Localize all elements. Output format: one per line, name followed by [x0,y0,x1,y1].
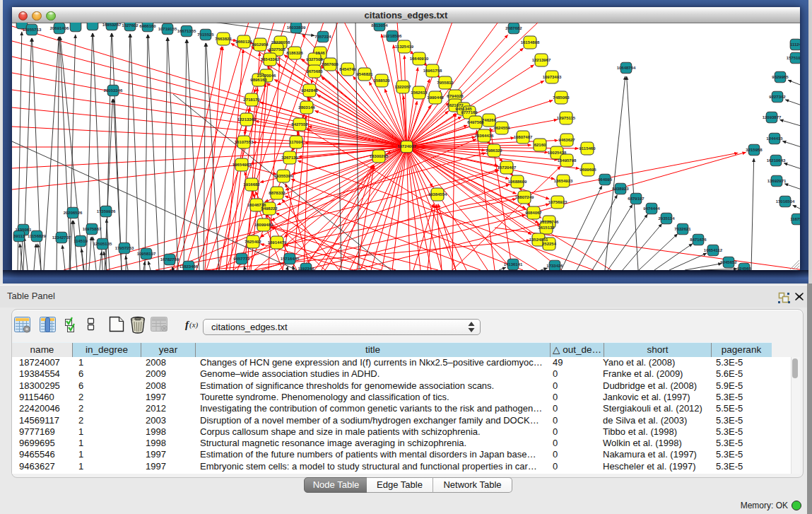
svg-text:1135061: 1135061 [15,228,32,232]
svg-text:16671355: 16671355 [177,29,196,33]
svg-text:19654983: 19654983 [233,163,252,167]
svg-text:2935114: 2935114 [658,216,675,221]
svg-text:9115460: 9115460 [579,146,596,151]
svg-text:7357224: 7357224 [314,35,331,39]
svg-text:6879197: 6879197 [628,197,645,201]
svg-text:15716485: 15716485 [281,257,300,261]
svg-text:3267130: 3267130 [281,156,298,160]
svg-text:16120746: 16120746 [540,220,559,224]
svg-text:8427552: 8427552 [291,122,308,127]
svg-text:10654112: 10654112 [704,248,723,252]
svg-text:13692971: 13692971 [767,179,787,183]
svg-text:10807487: 10807487 [514,135,533,139]
svg-text:1990448: 1990448 [427,95,444,100]
svg-text:746266: 746266 [482,118,497,122]
svg-text:1244415: 1244415 [766,136,783,141]
svg-text:2718170: 2718170 [243,98,260,102]
svg-text:16914479: 16914479 [268,240,287,245]
svg-text:7955812: 7955812 [437,81,454,85]
svg-text:6794028: 6794028 [447,94,464,98]
svg-text:19218506: 19218506 [383,34,402,38]
svg-text:10025438: 10025438 [548,151,567,155]
svg-text:9660124: 9660124 [235,40,252,44]
svg-text:2687682: 2687682 [505,26,522,30]
svg-text:10648764: 10648764 [617,66,636,70]
svg-text:16961758: 16961758 [423,69,442,73]
svg-text:12213967: 12213967 [532,58,551,62]
svg-text:1615132: 1615132 [538,226,555,230]
svg-text:11156829: 11156829 [28,234,47,238]
svg-text:9327508: 9327508 [306,57,323,62]
svg-text:12342737: 12342737 [52,235,71,240]
svg-text:9084067: 9084067 [525,211,542,215]
svg-text:3675685: 3675685 [306,69,323,74]
svg-text:11124: 11124 [790,42,800,47]
svg-text:7515525: 7515525 [197,33,214,37]
svg-text:3624554: 3624554 [493,126,510,130]
svg-text:12975115: 12975115 [557,116,576,120]
svg-text:15495798: 15495798 [558,158,577,163]
svg-text:9657771: 9657771 [233,257,250,261]
svg-text:164095: 164095 [598,177,613,182]
svg-text:20364436: 20364436 [475,134,494,138]
svg-text:8454749: 8454749 [339,67,356,71]
svg-text:1562615: 1562615 [411,90,428,95]
svg-text:17016504: 17016504 [776,199,795,204]
svg-text:18807249: 18807249 [515,195,534,199]
svg-text:8186328: 8186328 [286,51,303,55]
svg-text:1322057: 1322057 [394,85,411,89]
svg-text:9227342: 9227342 [769,95,786,99]
svg-text:11325419: 11325419 [395,45,414,49]
svg-text:23226058: 23226058 [271,40,290,45]
svg-text:20691406: 20691406 [50,26,69,30]
svg-text:10973493: 10973493 [543,75,562,79]
svg-text:16853287: 16853287 [102,23,122,27]
svg-text:9896163: 9896163 [250,78,267,82]
svg-text:17957253: 17957253 [115,246,134,250]
svg-text:7986322: 7986322 [486,148,502,153]
svg-text:16154808: 16154808 [521,40,540,45]
svg-text:8938923: 8938923 [612,187,629,191]
svg-text:19355394: 19355394 [274,174,293,178]
svg-text:10719155: 10719155 [158,27,177,31]
svg-text:16099489: 16099489 [254,223,273,227]
svg-text:10975867: 10975867 [83,227,102,231]
svg-text:7625402: 7625402 [245,240,261,244]
svg-text:9329965: 9329965 [772,75,789,79]
svg-text:39113: 39113 [13,234,25,238]
svg-text:9242848: 9242848 [301,88,318,93]
svg-text:9546821: 9546821 [356,72,373,76]
svg-text:20053346: 20053346 [104,88,123,93]
svg-text:9463627: 9463627 [558,138,575,142]
svg-text:10688609: 10688609 [508,180,527,184]
svg-text:16033809: 16033809 [287,25,306,30]
svg-text:9327505: 9327505 [269,47,286,52]
svg-text:8813054: 8813054 [371,23,388,28]
svg-text:252254: 252254 [542,242,557,246]
svg-text:9777169: 9777169 [461,110,478,115]
svg-text:(x): (x) [189,320,199,329]
svg-text:5498222: 5498222 [261,206,278,211]
svg-text:16640910: 16640910 [410,57,429,61]
svg-text:117004: 117004 [289,140,303,144]
svg-text:8912954: 8912954 [252,42,269,47]
svg-text:7663822: 7663822 [215,37,232,41]
svg-text:114519: 114519 [73,239,88,243]
svg-text:12505135: 12505135 [93,242,112,246]
svg-text:11823466: 11823466 [180,264,199,269]
svg-text:8878332: 8878332 [269,191,286,195]
svg-text:19384554: 19384554 [428,192,447,197]
svg-text:62160: 62160 [534,143,546,147]
svg-text:6466160: 6466160 [139,24,156,28]
svg-text:1546: 1546 [315,51,325,55]
svg-text:16210643: 16210643 [767,158,786,163]
svg-text:7485063: 7485063 [553,95,570,100]
svg-text:2867608: 2867608 [322,62,339,66]
svg-text:18300295: 18300295 [370,154,389,158]
svg-text:12093877: 12093877 [763,115,782,119]
svg-text:3215958: 3215958 [746,148,763,152]
svg-text:9699695: 9699695 [579,168,596,172]
svg-text:10958107: 10958107 [137,252,156,256]
svg-text:16782759: 16782759 [160,257,180,262]
svg-text:9245652: 9245652 [720,260,737,264]
